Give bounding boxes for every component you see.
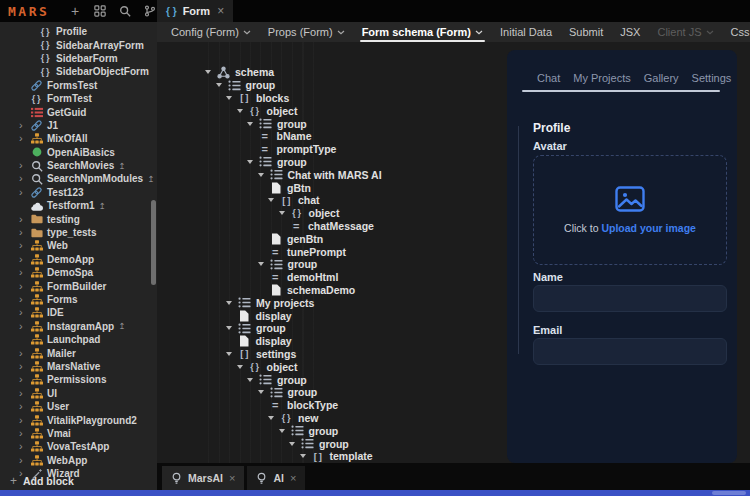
tree-node-blocktype-26[interactable]: =blockType [157,399,505,412]
chevron-right-icon[interactable]: › [19,214,30,225]
chevron-expanded-icon[interactable] [226,326,237,330]
chevron-right-icon[interactable]: › [19,361,30,372]
tab-css[interactable]: Css [729,22,750,42]
chevron-expanded-icon[interactable] [237,109,248,113]
sidebar-item-demoapp[interactable]: ›DemoApp [0,253,157,266]
chevron-expanded-icon[interactable] [289,442,300,446]
tab-initial-data[interactable]: Initial Data [498,22,554,42]
chevron-expanded-icon[interactable] [226,352,237,356]
close-icon[interactable]: × [290,472,296,484]
tree-node-prompttype-6[interactable]: =promptType [157,143,505,156]
tree-node-display-21[interactable]: display [157,335,505,348]
tree-node-genbtn-13[interactable]: genBtn [157,232,505,245]
tree-node-group-4[interactable]: group [157,117,505,130]
chevron-expanded-icon[interactable] [247,378,258,382]
tree-node-chatmessage-12[interactable]: =chatMessage [157,220,505,233]
chevron-right-icon[interactable]: › [19,173,30,184]
preview-tab-chat[interactable]: Chat [537,72,560,84]
sidebar-item-getguid[interactable]: GetGuid [0,105,157,118]
chevron-expanded-icon[interactable] [279,429,290,433]
sidebar-item-profile[interactable]: { }Profile [0,25,157,38]
chevron-expanded-icon[interactable] [247,122,258,126]
name-input[interactable] [533,285,727,312]
sidebar-item-ide[interactable]: ›IDE [0,306,157,319]
tree-node-group-25[interactable]: group [157,386,505,399]
sidebar-item-mailer[interactable]: ›Mailer [0,346,157,359]
add-block-button[interactable]: + Add block [0,474,74,488]
chevron-expanded-icon[interactable] [258,390,269,394]
sidebar-item-web[interactable]: ›Web [0,239,157,252]
tab-form[interactable]: { } Form × [157,0,233,22]
chevron-right-icon[interactable]: › [19,455,30,466]
tab-submit[interactable]: Submit [567,22,605,42]
sidebar-item-sidebararrayform[interactable]: { }SidebarArrayForm [0,38,157,51]
sidebar-item-marsnative[interactable]: ›MarsNative [0,360,157,373]
sidebar-item-demospa[interactable]: ›DemoSpa [0,266,157,279]
sidebar-item-formstest[interactable]: FormsTest [0,79,157,92]
sidebar-item-sidebarform[interactable]: { }SidebarForm [0,52,157,65]
tab-jsx[interactable]: JSX [618,22,642,42]
sidebar-item-searchmovies[interactable]: ›SearchMovies↥ [0,159,157,172]
chevron-right-icon[interactable]: › [19,401,30,412]
sidebar-item-test123[interactable]: ›Test123 [0,186,157,199]
statusbar-scroll-thumb[interactable] [712,491,746,495]
chevron-expanded-icon[interactable] [247,160,258,164]
sidebar-item-launchpad[interactable]: Launchpad [0,333,157,346]
chevron-right-icon[interactable]: › [19,374,30,385]
chevron-right-icon[interactable]: › [19,428,30,439]
sidebar-item-vmai[interactable]: ›Vmai [0,427,157,440]
chevron-right-icon[interactable]: › [19,294,30,305]
preview-tab-gallery[interactable]: Gallery [644,72,679,84]
chevron-right-icon[interactable]: › [19,267,30,278]
chevron-right-icon[interactable]: › [19,254,30,265]
chevron-right-icon[interactable]: › [19,441,30,452]
tree-node-schema-0[interactable]: schema [157,66,505,79]
sidebar-item-searchnpmmodules[interactable]: ›SearchNpmModules↥ [0,172,157,185]
tree-node-chat-10[interactable]: [ ]chat [157,194,505,207]
chevron-right-icon[interactable]: › [19,160,30,171]
chevron-expanded-icon[interactable] [216,83,227,87]
sidebar-scrollbar-thumb[interactable] [151,200,156,285]
tree-node-template-30[interactable]: [ ]template [157,450,505,463]
bottom-tab-marsai[interactable]: MarsAI× [162,466,244,490]
tree-node-group-24[interactable]: group [157,373,505,386]
chevron-right-icon[interactable]: › [19,348,30,359]
close-icon[interactable]: × [217,4,224,18]
sidebar-item-instagramapp[interactable]: ›InstagramApp↥ [0,320,157,333]
chevron-expanded-icon[interactable] [226,301,237,305]
tab-props-form[interactable]: Props (Form) [266,22,347,42]
chevron-expanded-icon[interactable] [279,211,290,215]
tree-node-group-20[interactable]: group [157,322,505,335]
sidebar-item-ui[interactable]: ›UI [0,387,157,400]
sidebar-item-testform1[interactable]: Testform1↥ [0,199,157,212]
chevron-expanded-icon[interactable] [268,198,279,202]
tree-node-group-7[interactable]: group [157,156,505,169]
sidebar-item-openaibasics[interactable]: OpenAiBasics [0,146,157,159]
chevron-right-icon[interactable]: › [19,281,30,292]
tree-node-group-29[interactable]: group [157,437,505,450]
chevron-expanded-icon[interactable] [258,173,269,177]
tree-node-settings-22[interactable]: [ ]settings [157,348,505,361]
tree-node-new-27[interactable]: { }new [157,412,505,425]
plus-icon[interactable]: + [68,4,82,18]
preview-tab-settings[interactable]: Settings [692,72,732,84]
chevron-right-icon[interactable]: › [19,133,30,144]
sidebar-item-permissions[interactable]: ›Permissions [0,373,157,386]
chevron-expanded-icon[interactable] [268,416,279,420]
chevron-expanded-icon[interactable] [258,262,269,266]
tree-node-chat-with-mars-ai-8[interactable]: Chat with MARS AI [157,168,505,181]
tree-node-display-19[interactable]: display [157,309,505,322]
sidebar-item-forms[interactable]: ›Forms [0,293,157,306]
chevron-expanded-icon[interactable] [237,365,248,369]
tree-node-gbtn-9[interactable]: gBtn [157,181,505,194]
upload-link[interactable]: Upload your image [601,222,696,234]
chevron-right-icon[interactable]: › [19,415,30,426]
tree-node-my-projects-18[interactable]: My projects [157,296,505,309]
tab-form-schema-form[interactable]: Form schema (Form) [360,22,485,42]
sidebar-item-mixofall[interactable]: ›MixOfAll [0,132,157,145]
chevron-right-icon[interactable]: › [19,120,30,131]
git-branch-icon[interactable] [143,4,157,18]
sidebar-item-vitalikplayground2[interactable]: ›VitalikPlayground2 [0,413,157,426]
tab-client-js[interactable]: Client JS [655,22,715,42]
tree-node-object-3[interactable]: { }object [157,104,505,117]
